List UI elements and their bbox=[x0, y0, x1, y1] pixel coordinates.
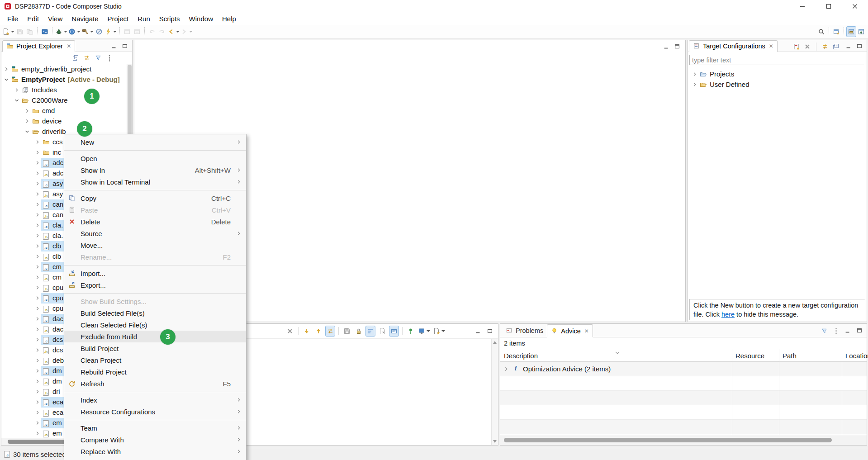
debug-dropdown-icon[interactable] bbox=[64, 31, 67, 33]
menu-project[interactable]: Project bbox=[103, 13, 133, 24]
context-menu-item-show-in[interactable]: Show InAlt+Shift+W bbox=[64, 164, 246, 176]
tree-chevron-icon[interactable] bbox=[34, 389, 41, 395]
column-location[interactable]: Location bbox=[845, 352, 868, 360]
console-view-icon[interactable] bbox=[40, 26, 50, 37]
context-menu-item-new[interactable]: New bbox=[64, 136, 246, 148]
tree-chevron-icon[interactable] bbox=[24, 108, 30, 114]
open-perspective-icon[interactable] bbox=[831, 26, 841, 37]
context-menu-item-delete[interactable]: DeleteDelete bbox=[64, 216, 246, 228]
maximize-view-button[interactable] bbox=[121, 43, 128, 50]
context-menu-item-clean-selected-file-s[interactable]: Clean Selected File(s) bbox=[64, 319, 246, 331]
tree-item-user-defined[interactable]: User Defined bbox=[688, 80, 867, 90]
context-menu-item-resource-configurations[interactable]: Resource Configurations bbox=[64, 406, 246, 417]
show-view-icon[interactable] bbox=[132, 26, 142, 37]
filter-icon[interactable] bbox=[821, 327, 828, 334]
tree-chevron-icon[interactable] bbox=[34, 222, 41, 228]
terminate-icon[interactable] bbox=[94, 26, 104, 37]
tree-chevron-icon[interactable] bbox=[34, 399, 41, 405]
maximize-view-button[interactable] bbox=[856, 43, 863, 50]
tree-chevron-icon[interactable] bbox=[34, 357, 41, 364]
tree-chevron-icon[interactable] bbox=[34, 139, 41, 145]
delete-target-configuration-icon[interactable] bbox=[804, 43, 811, 50]
display-selected-console-icon[interactable] bbox=[417, 326, 431, 337]
lock-console-icon[interactable] bbox=[354, 326, 364, 337]
clear-output-icon[interactable] bbox=[377, 326, 387, 337]
close-view-icon[interactable]: ✕ bbox=[769, 43, 773, 49]
maximize-view-button[interactable] bbox=[856, 327, 863, 334]
tree-chevron-icon[interactable] bbox=[34, 347, 41, 353]
tree-chevron-icon[interactable] bbox=[34, 180, 41, 187]
vscrollbar-thumb[interactable] bbox=[128, 65, 132, 142]
menu-run[interactable]: Run bbox=[133, 13, 155, 24]
menu-help[interactable]: Help bbox=[218, 13, 241, 24]
maximize-window-button[interactable] bbox=[816, 0, 842, 12]
tree-chevron-icon[interactable] bbox=[34, 160, 41, 166]
context-menu-item-source[interactable]: Source bbox=[64, 228, 246, 239]
tree-item-includes[interactable]: Includes bbox=[1, 85, 127, 95]
tree-chevron-icon[interactable] bbox=[34, 274, 41, 280]
menu-window[interactable]: Window bbox=[185, 13, 218, 24]
next-annotation-icon[interactable] bbox=[302, 326, 312, 337]
scroll-up-arrow[interactable] bbox=[493, 341, 497, 344]
minimize-view-button[interactable] bbox=[845, 43, 852, 50]
search-icon[interactable] bbox=[816, 26, 826, 37]
tree-item-empty-driverlib-project[interactable]: empty_driverlib_project bbox=[1, 64, 127, 75]
column-divider[interactable] bbox=[842, 349, 842, 435]
tree-chevron-icon[interactable] bbox=[34, 170, 41, 176]
minimize-window-button[interactable] bbox=[789, 0, 816, 12]
context-menu-item-copy[interactable]: CopyCtrl+C bbox=[64, 192, 246, 204]
clear-console-icon[interactable] bbox=[285, 326, 295, 337]
tree-chevron-icon[interactable] bbox=[34, 305, 41, 312]
context-menu-item-refresh[interactable]: RefreshF5 bbox=[64, 378, 246, 389]
filter-input[interactable] bbox=[689, 55, 865, 65]
close-view-icon[interactable]: ✕ bbox=[66, 43, 71, 49]
tree-chevron-icon[interactable] bbox=[24, 118, 30, 124]
tree-chevron-icon[interactable] bbox=[14, 87, 20, 93]
hscrollbar-thumb[interactable] bbox=[504, 438, 832, 442]
collapse-all-icon[interactable] bbox=[72, 54, 79, 62]
tree-chevron-icon[interactable] bbox=[34, 232, 41, 239]
word-wrap-icon[interactable] bbox=[365, 326, 375, 337]
column-description[interactable]: Description bbox=[504, 352, 538, 360]
open-console-dropdown-icon[interactable] bbox=[441, 330, 445, 332]
tree-chevron-icon[interactable] bbox=[34, 337, 41, 343]
tree-chevron-icon[interactable] bbox=[14, 97, 20, 104]
menu-file[interactable]: File bbox=[3, 13, 23, 24]
tree-item-c2000ware[interactable]: C2000Ware bbox=[1, 95, 127, 106]
context-menu-item-paste[interactable]: PasteCtrl+V bbox=[64, 204, 246, 216]
launch-configuration-dropdown-icon[interactable] bbox=[77, 31, 81, 33]
filter-icon[interactable] bbox=[95, 54, 102, 62]
open-console-icon[interactable] bbox=[432, 326, 446, 337]
tree-chevron-icon[interactable] bbox=[34, 264, 41, 270]
context-menu-item-show-in-local-terminal[interactable]: Show in Local Terminal bbox=[64, 176, 246, 188]
column-divider[interactable] bbox=[779, 349, 779, 435]
link-with-editor-icon[interactable] bbox=[83, 54, 90, 62]
context-menu-item-exclude-from-build[interactable]: Exclude from Build bbox=[64, 331, 246, 342]
launch-configuration-icon[interactable] bbox=[68, 26, 81, 37]
tree-chevron-icon[interactable] bbox=[3, 76, 9, 83]
context-menu-item-index[interactable]: Index bbox=[64, 394, 246, 406]
tree-chevron-icon[interactable] bbox=[34, 368, 41, 374]
tree-chevron-icon[interactable] bbox=[34, 295, 41, 301]
undo-icon[interactable] bbox=[147, 26, 157, 37]
tree-chevron-icon[interactable] bbox=[34, 420, 41, 426]
tree-chevron-icon[interactable] bbox=[34, 253, 41, 260]
scroll-down-arrow[interactable] bbox=[493, 440, 497, 443]
ccs-debug-perspective-icon[interactable] bbox=[856, 26, 866, 37]
back-icon[interactable] bbox=[167, 26, 180, 37]
flash-icon[interactable] bbox=[104, 26, 117, 37]
tree-chevron-icon[interactable] bbox=[34, 409, 41, 416]
context-menu-item-compare-with[interactable]: Compare With bbox=[64, 434, 246, 446]
tree-chevron-icon[interactable] bbox=[34, 243, 41, 249]
tab-target-configurations[interactable]: Target Configurations ✕ bbox=[689, 40, 778, 52]
context-menu-item-open[interactable]: Open bbox=[64, 152, 246, 164]
tree-chevron-icon[interactable] bbox=[34, 378, 41, 384]
menu-edit[interactable]: Edit bbox=[23, 13, 43, 24]
minimize-editor-button[interactable] bbox=[663, 43, 670, 50]
previous-annotation-icon[interactable] bbox=[313, 326, 323, 337]
tab-project-explorer[interactable]: Project Explorer ✕ bbox=[2, 40, 75, 52]
advice-row-optimization[interactable]: i Optimization Advice (2 items) bbox=[500, 362, 867, 376]
display-selected-console-dropdown-icon[interactable] bbox=[427, 330, 430, 332]
maximize-view-button[interactable] bbox=[486, 327, 493, 335]
context-menu-item-rebuild-project[interactable]: Rebuild Project bbox=[64, 366, 246, 378]
